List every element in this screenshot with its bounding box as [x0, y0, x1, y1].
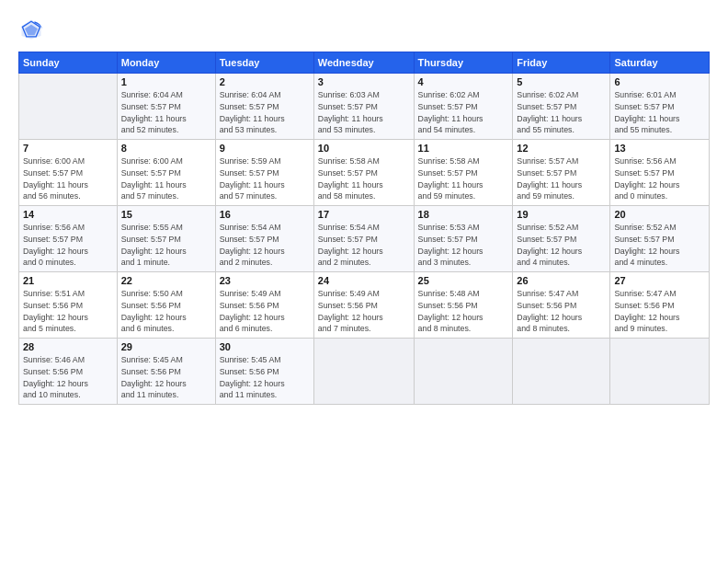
col-header-sunday: Sunday: [19, 52, 118, 74]
day-info: Sunrise: 5:49 AMSunset: 5:56 PMDaylight:…: [318, 288, 410, 335]
col-header-thursday: Thursday: [414, 52, 513, 74]
calendar-week-1: 1Sunrise: 6:04 AMSunset: 5:57 PMDaylight…: [19, 74, 710, 140]
calendar-cell: [513, 339, 610, 405]
col-header-tuesday: Tuesday: [215, 52, 313, 74]
calendar-body: 1Sunrise: 6:04 AMSunset: 5:57 PMDaylight…: [19, 74, 710, 405]
calendar-cell: 6Sunrise: 6:01 AMSunset: 5:57 PMDaylight…: [610, 74, 710, 140]
day-number: 23: [220, 275, 310, 286]
day-info: Sunrise: 5:57 AMSunset: 5:57 PMDaylight:…: [517, 155, 606, 202]
calendar-cell: 15Sunrise: 5:55 AMSunset: 5:57 PMDayligh…: [117, 206, 215, 272]
calendar-cell: 17Sunrise: 5:54 AMSunset: 5:57 PMDayligh…: [313, 206, 414, 272]
day-number: 15: [121, 209, 211, 220]
calendar-cell: 22Sunrise: 5:50 AMSunset: 5:56 PMDayligh…: [117, 272, 215, 339]
day-number: 13: [614, 143, 705, 154]
day-number: 19: [517, 209, 606, 220]
day-number: 24: [318, 275, 410, 286]
day-number: 22: [121, 275, 211, 286]
calendar-cell: [313, 339, 414, 405]
calendar-cell: 13Sunrise: 5:56 AMSunset: 5:57 PMDayligh…: [610, 140, 710, 206]
day-number: 6: [614, 76, 705, 87]
calendar-cell: 26Sunrise: 5:47 AMSunset: 5:56 PMDayligh…: [513, 272, 610, 339]
day-info: Sunrise: 5:52 AMSunset: 5:57 PMDaylight:…: [517, 222, 606, 269]
calendar-cell: 2Sunrise: 6:04 AMSunset: 5:57 PMDaylight…: [215, 74, 313, 140]
day-info: Sunrise: 6:02 AMSunset: 5:57 PMDaylight:…: [418, 89, 509, 136]
day-info: Sunrise: 5:54 AMSunset: 5:57 PMDaylight:…: [318, 222, 410, 269]
day-number: 5: [517, 76, 606, 87]
day-number: 8: [121, 143, 211, 154]
day-info: Sunrise: 5:51 AMSunset: 5:56 PMDaylight:…: [23, 288, 113, 335]
day-number: 20: [614, 209, 705, 220]
day-info: Sunrise: 5:54 AMSunset: 5:57 PMDaylight:…: [220, 222, 310, 269]
calendar-cell: 14Sunrise: 5:56 AMSunset: 5:57 PMDayligh…: [19, 206, 118, 272]
calendar-cell: 7Sunrise: 6:00 AMSunset: 5:57 PMDaylight…: [19, 140, 118, 206]
day-number: 17: [318, 209, 410, 220]
day-info: Sunrise: 6:01 AMSunset: 5:57 PMDaylight:…: [614, 89, 705, 136]
day-info: Sunrise: 5:48 AMSunset: 5:56 PMDaylight:…: [418, 288, 509, 335]
day-number: 4: [418, 76, 509, 87]
day-number: 10: [318, 143, 410, 154]
day-info: Sunrise: 5:55 AMSunset: 5:57 PMDaylight:…: [121, 222, 211, 269]
calendar-cell: 28Sunrise: 5:46 AMSunset: 5:56 PMDayligh…: [19, 339, 118, 405]
calendar-cell: 5Sunrise: 6:02 AMSunset: 5:57 PMDaylight…: [513, 74, 610, 140]
calendar-cell: 24Sunrise: 5:49 AMSunset: 5:56 PMDayligh…: [313, 272, 414, 339]
day-info: Sunrise: 6:00 AMSunset: 5:57 PMDaylight:…: [23, 155, 113, 202]
calendar-cell: [19, 74, 118, 140]
calendar-cell: 9Sunrise: 5:59 AMSunset: 5:57 PMDaylight…: [215, 140, 313, 206]
day-number: 16: [220, 209, 310, 220]
day-number: 3: [318, 76, 410, 87]
day-number: 28: [23, 341, 113, 352]
day-info: Sunrise: 5:52 AMSunset: 5:57 PMDaylight:…: [614, 222, 705, 269]
calendar-cell: 30Sunrise: 5:45 AMSunset: 5:56 PMDayligh…: [215, 339, 313, 405]
calendar-cell: 20Sunrise: 5:52 AMSunset: 5:57 PMDayligh…: [610, 206, 710, 272]
calendar-cell: 4Sunrise: 6:02 AMSunset: 5:57 PMDaylight…: [414, 74, 513, 140]
calendar-cell: 8Sunrise: 6:00 AMSunset: 5:57 PMDaylight…: [117, 140, 215, 206]
calendar-week-5: 28Sunrise: 5:46 AMSunset: 5:56 PMDayligh…: [19, 339, 710, 405]
day-number: 21: [23, 275, 113, 286]
calendar-cell: 21Sunrise: 5:51 AMSunset: 5:56 PMDayligh…: [19, 272, 118, 339]
header: [18, 17, 710, 42]
calendar-week-3: 14Sunrise: 5:56 AMSunset: 5:57 PMDayligh…: [19, 206, 710, 272]
header-row: SundayMondayTuesdayWednesdayThursdayFrid…: [19, 52, 710, 74]
calendar-cell: 25Sunrise: 5:48 AMSunset: 5:56 PMDayligh…: [414, 272, 513, 339]
day-info: Sunrise: 5:47 AMSunset: 5:56 PMDaylight:…: [614, 288, 705, 335]
day-info: Sunrise: 5:50 AMSunset: 5:56 PMDaylight:…: [121, 288, 211, 335]
calendar-cell: 19Sunrise: 5:52 AMSunset: 5:57 PMDayligh…: [513, 206, 610, 272]
day-number: 29: [121, 341, 211, 352]
day-number: 11: [418, 143, 509, 154]
calendar-cell: [414, 339, 513, 405]
day-info: Sunrise: 5:45 AMSunset: 5:56 PMDaylight:…: [121, 354, 211, 401]
calendar-week-4: 21Sunrise: 5:51 AMSunset: 5:56 PMDayligh…: [19, 272, 710, 339]
day-number: 1: [121, 76, 211, 87]
col-header-friday: Friday: [513, 52, 610, 74]
day-info: Sunrise: 5:56 AMSunset: 5:57 PMDaylight:…: [23, 222, 113, 269]
calendar-cell: 10Sunrise: 5:58 AMSunset: 5:57 PMDayligh…: [313, 140, 414, 206]
day-info: Sunrise: 5:46 AMSunset: 5:56 PMDaylight:…: [23, 354, 113, 401]
day-number: 27: [614, 275, 705, 286]
calendar-cell: 11Sunrise: 5:58 AMSunset: 5:57 PMDayligh…: [414, 140, 513, 206]
day-info: Sunrise: 5:58 AMSunset: 5:57 PMDaylight:…: [318, 155, 410, 202]
day-number: 7: [23, 143, 113, 154]
calendar-week-2: 7Sunrise: 6:00 AMSunset: 5:57 PMDaylight…: [19, 140, 710, 206]
day-number: 30: [220, 341, 310, 352]
day-info: Sunrise: 5:59 AMSunset: 5:57 PMDaylight:…: [220, 155, 310, 202]
calendar-cell: 27Sunrise: 5:47 AMSunset: 5:56 PMDayligh…: [610, 272, 710, 339]
day-info: Sunrise: 5:47 AMSunset: 5:56 PMDaylight:…: [517, 288, 606, 335]
calendar-cell: 12Sunrise: 5:57 AMSunset: 5:57 PMDayligh…: [513, 140, 610, 206]
day-info: Sunrise: 5:53 AMSunset: 5:57 PMDaylight:…: [418, 222, 509, 269]
calendar-cell: [610, 339, 710, 405]
calendar-cell: 1Sunrise: 6:04 AMSunset: 5:57 PMDaylight…: [117, 74, 215, 140]
day-info: Sunrise: 5:45 AMSunset: 5:56 PMDaylight:…: [220, 354, 310, 401]
calendar-cell: 3Sunrise: 6:03 AMSunset: 5:57 PMDaylight…: [313, 74, 414, 140]
day-number: 14: [23, 209, 113, 220]
day-info: Sunrise: 6:02 AMSunset: 5:57 PMDaylight:…: [517, 89, 606, 136]
day-number: 9: [220, 143, 310, 154]
day-number: 25: [418, 275, 509, 286]
day-info: Sunrise: 5:56 AMSunset: 5:57 PMDaylight:…: [614, 155, 705, 202]
calendar-cell: 16Sunrise: 5:54 AMSunset: 5:57 PMDayligh…: [215, 206, 313, 272]
day-number: 2: [220, 76, 310, 87]
day-info: Sunrise: 6:04 AMSunset: 5:57 PMDaylight:…: [220, 89, 310, 136]
col-header-monday: Monday: [117, 52, 215, 74]
day-number: 18: [418, 209, 509, 220]
logo-icon: [18, 17, 44, 42]
day-number: 12: [517, 143, 606, 154]
